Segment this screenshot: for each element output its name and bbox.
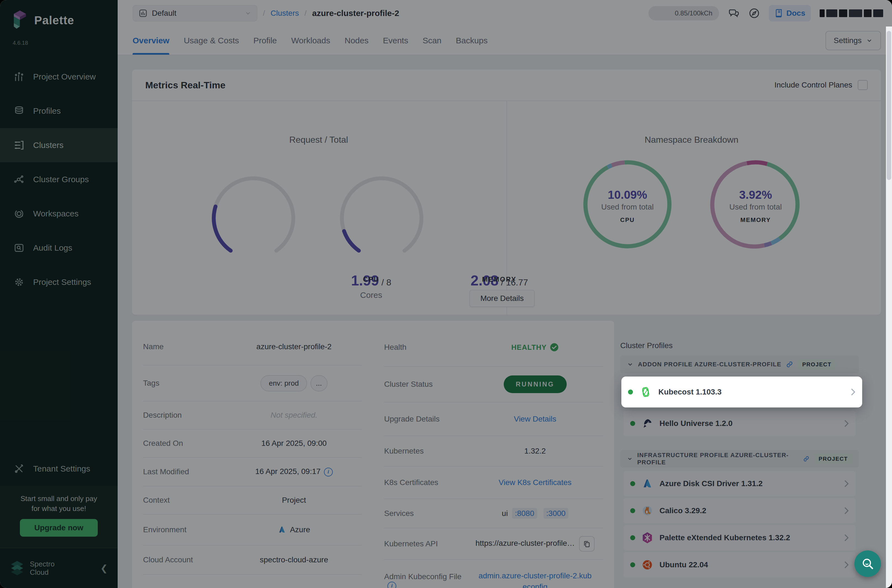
tab-nodes[interactable]: Nodes	[345, 27, 369, 55]
detail-row-last-modified: Last Modified 16 Apr 2025, 09:17i	[143, 458, 362, 486]
pack-name: Calico 3.29.2	[659, 506, 837, 515]
upgrade-now-button[interactable]: Upgrade now	[20, 519, 98, 537]
profile-pack-azure-disk-csi[interactable]: Azure Disk CSI Driver 1.31.2	[623, 471, 856, 496]
chevron-right-icon	[844, 420, 849, 428]
infrastructure-profile-section: INFRASTRUCTURE PROFILE AZURE-CLUSTER-PRO…	[620, 450, 859, 582]
sidebar-item-label: Workspaces	[33, 209, 79, 218]
search-icon	[861, 557, 874, 570]
clusters-icon	[14, 140, 24, 150]
palette-logo-icon	[12, 10, 29, 31]
chevron-down-icon	[866, 37, 872, 44]
admin-kubeconfig-link[interactable]: admin.azure-cluster-profile-2.kubeconfig	[477, 570, 593, 588]
sidebar-item-cluster-groups[interactable]: Cluster Groups	[0, 162, 118, 196]
collapse-sidebar-icon[interactable]: ❮	[100, 563, 108, 573]
palette-logo: Palette	[12, 10, 74, 31]
addon-profile-header[interactable]: ADDON PROFILE AZURE-CLUSTER-PROFILE PROJ…	[620, 356, 859, 373]
detail-row-kubernetes: Kubernetes 1.32.2	[384, 436, 603, 466]
tab-profile[interactable]: Profile	[254, 27, 277, 55]
pack-name: Hello Universe 1.2.0	[659, 419, 837, 428]
service-port-8080-link[interactable]: :8080	[512, 508, 537, 519]
profile-pack-calico[interactable]: Calico 3.29.2	[623, 498, 856, 524]
view-details-link[interactable]: View Details	[514, 415, 556, 423]
tab-backups[interactable]: Backups	[456, 27, 488, 55]
pack-status-dot	[630, 508, 635, 513]
include-control-planes: Include Control Planes	[774, 80, 868, 90]
cluster-profiles-title: Cluster Profiles	[620, 341, 859, 350]
namespace-breakdown-title: Namespace Breakdown	[644, 135, 739, 145]
cpu-gauge-chart	[209, 174, 298, 262]
chevron-right-icon	[844, 480, 849, 488]
project-overview-icon	[14, 72, 24, 82]
copy-icon	[583, 540, 590, 548]
spectro-cloud-name: Spectro Cloud	[30, 560, 95, 576]
include-control-planes-label: Include Control Planes	[774, 81, 852, 90]
sidebar-item-clusters[interactable]: Clusters	[0, 128, 118, 162]
details-left-column: Name azure-cluster-profile-2 Tags env: p…	[143, 328, 362, 588]
sidebar-item-tenant-settings[interactable]: Tenant Settings	[0, 452, 118, 486]
metrics-header: Metrics Real-Time Include Control Planes	[132, 70, 881, 101]
sidebar-footer: Spectro Cloud ❮	[0, 548, 118, 588]
upgrade-promo: Start small and only payfor what you use…	[0, 486, 118, 548]
project-selector[interactable]: Default	[132, 5, 257, 21]
tab-workloads[interactable]: Workloads	[291, 27, 330, 55]
detail-row-services: Services ui :8080 :3000	[384, 499, 603, 528]
memory-donut-center: 3.92% Used from total MEMORY	[729, 188, 782, 224]
more-details-button[interactable]: More Details	[470, 290, 535, 307]
chevron-down-icon	[245, 10, 251, 16]
tenant-settings-label: Tenant Settings	[33, 464, 90, 473]
sidebar-item-audit-logs[interactable]: Audit Logs	[0, 231, 118, 265]
pack-status-dot	[630, 421, 635, 426]
sidebar-item-project-settings[interactable]: Project Settings	[0, 265, 118, 299]
sidebar-item-label: Project Settings	[33, 278, 91, 287]
tab-scan[interactable]: Scan	[422, 27, 441, 55]
page-scrollbar[interactable]	[886, 27, 892, 588]
help-search-fab[interactable]	[854, 550, 881, 577]
tab-events[interactable]: Events	[383, 27, 408, 55]
tour-compass-button[interactable]	[748, 8, 760, 19]
profile-pack-kubecost[interactable]: Kubecost 1.103.3	[622, 376, 862, 408]
healthy-check-icon	[550, 343, 559, 352]
audit-logs-icon	[14, 243, 24, 253]
view-k8s-certificates-link[interactable]: View K8s Certificates	[499, 478, 571, 487]
pxk-icon	[642, 532, 653, 544]
tenant-settings-icon	[14, 464, 24, 474]
chevron-right-icon	[844, 561, 849, 568]
sidebar-item-profiles[interactable]: Profiles	[0, 94, 118, 128]
tag-env-prod[interactable]: env: prod	[260, 375, 307, 392]
detail-row-kubernetes-api: Kubernetes API https://azure-cluster-pro…	[384, 528, 603, 560]
copy-api-url-button[interactable]	[579, 536, 595, 552]
breadcrumb-clusters-link[interactable]: Clusters	[270, 9, 299, 18]
docs-button[interactable]: Docs	[769, 5, 811, 21]
metrics-title: Metrics Real-Time	[145, 80, 225, 90]
memory-gauge-chart	[338, 174, 426, 262]
tab-usage-costs[interactable]: Usage & Costs	[184, 27, 239, 55]
azure-icon	[278, 526, 286, 533]
scrollbar-thumb[interactable]	[887, 31, 891, 180]
usage-quota-pill[interactable]: 0.85/100kCh	[649, 6, 719, 20]
profile-pack-ubuntu[interactable]: Ubuntu 22.04	[623, 552, 856, 578]
addon-profile-name: ADDON PROFILE AZURE-CLUSTER-PROFILE	[638, 361, 781, 368]
profile-pack-palette-extended-kubernetes[interactable]: Palette eXtended Kubernetes 1.32.2	[623, 525, 856, 550]
sidebar-item-workspaces[interactable]: Workspaces	[0, 196, 118, 231]
settings-button[interactable]: Settings	[826, 31, 881, 50]
feedback-chat-button[interactable]	[728, 8, 740, 19]
service-port-3000-link[interactable]: :3000	[544, 508, 568, 519]
pack-status-dot	[630, 562, 635, 567]
info-icon[interactable]: i	[387, 582, 396, 588]
project-scope-badge: PROJECT	[798, 359, 836, 370]
pack-status-dot	[630, 535, 635, 540]
include-control-planes-checkbox[interactable]	[858, 80, 868, 90]
profile-pack-hello-universe[interactable]: Hello Universe 1.2.0	[623, 411, 856, 436]
pack-status-dot	[630, 481, 635, 486]
infrastructure-profile-header[interactable]: INFRASTRUCTURE PROFILE AZURE-CLUSTER-PRO…	[620, 450, 859, 468]
ubuntu-icon	[642, 559, 653, 570]
user-name-redacted[interactable]	[820, 9, 883, 17]
sidebar-item-project-overview[interactable]: Project Overview	[0, 60, 118, 94]
project-settings-icon	[14, 277, 24, 287]
info-icon[interactable]: i	[324, 468, 333, 477]
chevron-down-icon	[627, 456, 633, 462]
detail-row-health: Health HEALTHY	[384, 328, 603, 367]
tags-more-button[interactable]: ...	[311, 375, 327, 392]
tab-overview[interactable]: Overview	[132, 27, 169, 55]
breadcrumb-separator: /	[263, 9, 265, 18]
